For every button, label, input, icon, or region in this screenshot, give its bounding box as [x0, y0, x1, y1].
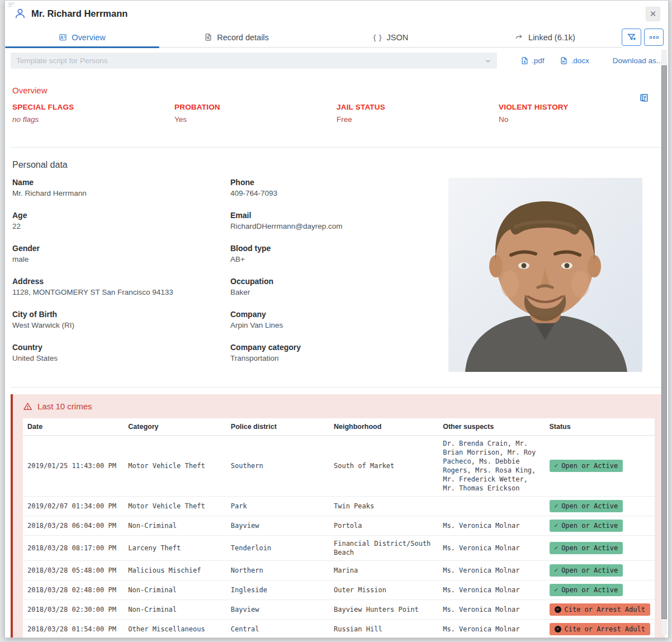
template-script-placeholder: Template script for Persons [16, 56, 485, 65]
column-other-suspects: Other suspects [438, 418, 545, 436]
status-label: Open or Active [561, 521, 618, 530]
more-icon [650, 36, 652, 39]
template-script-select[interactable]: Template script for Persons [11, 53, 497, 69]
field-occupation: OccupationBaker [230, 277, 448, 310]
more-options-button[interactable] [644, 29, 664, 46]
field-label: Address [12, 277, 230, 286]
download-docx-link[interactable]: .docx [560, 56, 589, 65]
warning-icon [23, 402, 32, 411]
dialog-header: Mr. Richard Herrmann ✕ [5, 1, 668, 25]
status-badge: ✓Open or Active [550, 520, 623, 532]
copy-icon[interactable] [639, 92, 649, 102]
cell-status: ✓Open or Active [545, 497, 655, 516]
cell-date: 2018/03/28 02:30:00 PM [23, 600, 124, 620]
last-crimes-title: Last 10 crimes [37, 402, 92, 411]
filter-export-button[interactable] [622, 29, 641, 46]
cell-date: 2018/03/28 08:17:00 PM [23, 536, 124, 561]
status-badge: ✓Open or Active [550, 564, 623, 577]
cell-category: Larceny Theft [124, 536, 226, 561]
flag-value: Yes [174, 115, 337, 124]
flag-label: VIOLENT HISTORY [499, 103, 661, 111]
cell-other-suspects: Dr. Brenda Crain, Mr. Brian Morrison, Mr… [438, 436, 545, 497]
field-value: male [12, 255, 230, 263]
cell-date: 2018/03/28 05:48:00 PM [23, 561, 124, 580]
scrollbar-thumb[interactable] [661, 65, 667, 619]
field-value: RichardDHerrmann@dayrep.com [230, 222, 448, 230]
field-age: Age22 [12, 211, 230, 244]
tab-record-details[interactable]: Record details [159, 27, 314, 47]
overview-section-title: Overview [12, 86, 668, 95]
status-badge: ✓Open or Active [550, 584, 623, 596]
field-value: Baker [230, 288, 448, 296]
column-police-district: Police district [226, 418, 329, 436]
cell-status: ✕Cite or Arrest Adult [545, 620, 655, 639]
cell-neighborhood: Marina [329, 561, 438, 580]
field-value: 22 [12, 222, 230, 230]
cell-category: Malicious Mischief [124, 561, 226, 580]
cell-other-suspects: Ms. Veronica Molnar [438, 516, 545, 536]
cell-other-suspects: Ms. Veronica Molnar [438, 561, 545, 580]
cell-other-suspects: Ms. Veronica Molnar [438, 620, 545, 639]
cell-neighborhood: South of Market [329, 436, 438, 497]
cell-status: ✓Open or Active [545, 536, 655, 561]
status-label: Cite or Arrest Adult [565, 605, 646, 614]
table-row: 2019/02/07 01:34:00 PMMotor Vehicle Thef… [23, 497, 655, 516]
close-icon[interactable]: ✕ [646, 7, 660, 21]
check-icon: ✓ [555, 586, 559, 594]
field-label: Occupation [230, 277, 448, 286]
field-blood-type: Blood typeAB+ [230, 244, 448, 277]
flag-jail-status: JAIL STATUSFree [337, 103, 499, 124]
field-label: Phone [230, 178, 448, 187]
field-value: Arpin Van Lines [230, 321, 448, 329]
cell-police-district: Park [226, 497, 329, 516]
crimes-table: DateCategoryPolice districtNeighborhoodO… [23, 418, 655, 638]
personal-fields: NameMr. Richard HerrmannAge22GendermaleA… [12, 178, 448, 376]
status-label: Cite or Arrest Adult [565, 625, 646, 634]
flag-value: Free [337, 115, 499, 124]
download-pdf-link[interactable]: .pdf [520, 56, 545, 65]
flag-special-flags: SPECIAL FLAGSno flags [12, 103, 174, 124]
field-value: Mr. Richard Herrmann [12, 189, 230, 197]
flags-grid: SPECIAL FLAGSno flagsPROBATIONYesJAIL ST… [12, 103, 661, 124]
cell-status: ✓Open or Active [545, 516, 655, 536]
status-badge: ✓Open or Active [550, 542, 623, 554]
tab-overview[interactable]: Overview [5, 27, 159, 47]
field-city-of-birth: City of BirthWest Warwick (RI) [12, 310, 230, 343]
field-gender: Gendermale [12, 244, 230, 277]
id-card-icon [59, 33, 67, 41]
status-badge: ✓Open or Active [550, 460, 623, 472]
pdf-file-icon [520, 56, 529, 65]
tab-json[interactable]: { } JSON [314, 27, 468, 47]
cell-police-district: Tenderloin [226, 536, 329, 561]
cell-neighborhood: Bayview Hunters Point [329, 600, 438, 620]
flag-label: PROBATION [174, 103, 337, 111]
tab-bar: Overview Record details { } JSON [5, 27, 668, 48]
link-arrow-icon [515, 33, 524, 41]
status-label: Open or Active [561, 566, 618, 575]
page-title: Mr. Richard Herrmann [31, 8, 127, 19]
cell-status: ✓Open or Active [545, 436, 655, 497]
column-category: Category [124, 418, 226, 436]
download-as-link[interactable]: Download as... [613, 56, 662, 65]
cell-category: Other Miscellaneous [124, 620, 226, 639]
tab-linked[interactable]: Linked (6.1k) [468, 27, 622, 47]
last-crimes-panel: Last 10 crimes DateCategoryPolice distri… [11, 394, 665, 638]
cell-police-district: Northern [226, 561, 329, 580]
flag-violent-history: VIOLENT HISTORYNo [499, 103, 661, 124]
divider [11, 147, 662, 148]
field-label: Blood type [230, 244, 448, 253]
status-label: Open or Active [561, 461, 618, 470]
flag-probation: PROBATIONYes [174, 103, 337, 124]
cell-police-district: Bayview [226, 600, 329, 620]
cell-neighborhood: Portola [329, 516, 438, 536]
flag-label: JAIL STATUS [337, 103, 499, 111]
field-label: Email [230, 211, 448, 220]
cell-date: 2018/03/28 06:04:00 PM [23, 516, 124, 536]
drag-handle-icon[interactable] [8, 3, 15, 8]
person-photo [448, 178, 642, 372]
table-row: 2018/03/28 02:48:00 PMNon-CriminalIngles… [23, 580, 655, 600]
flag-value: No [499, 115, 661, 124]
field-label: Name [12, 178, 230, 187]
cell-neighborhood: Twin Peaks [329, 497, 438, 516]
table-row: 2019/01/25 11:43:00 PMMotor Vehicle Thef… [23, 436, 655, 497]
